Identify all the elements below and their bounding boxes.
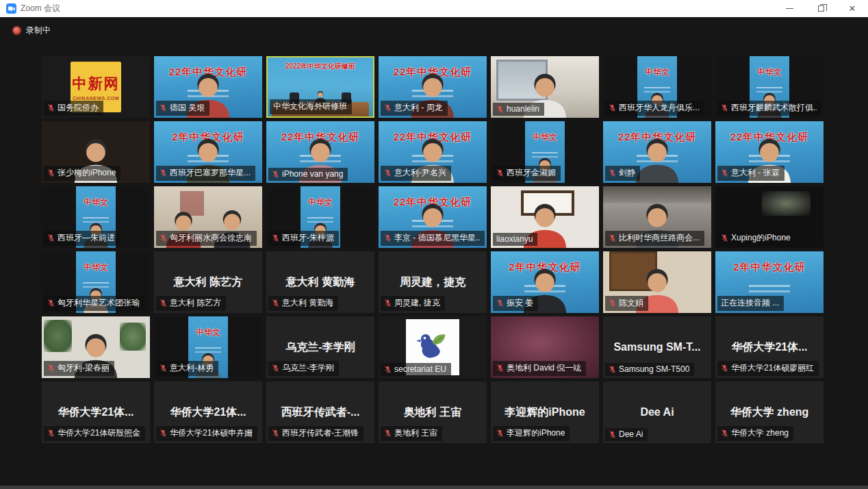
participant-label: 张少梅的iPhone bbox=[44, 166, 120, 181]
participant-tile[interactable]: secretariat EU bbox=[379, 316, 487, 378]
participant-tile[interactable]: huanlelin bbox=[491, 56, 599, 118]
participant-tile[interactable]: 匈牙利-梁春丽 bbox=[42, 316, 150, 378]
participant-name: 张少梅的iPhone bbox=[58, 167, 116, 179]
mic-muted-icon bbox=[609, 234, 616, 242]
participant-name: 匈牙利-梁春丽 bbox=[58, 362, 110, 374]
participant-tile[interactable]: 意大利 陈艺方 意大利 陈艺方 bbox=[154, 251, 262, 313]
participant-name: 匈牙利华星艺术团张瑜 bbox=[58, 297, 140, 309]
participant-name: 李迎辉的iPhone bbox=[507, 427, 565, 439]
participant-tile[interactable]: 22年中华文化研 剑静 bbox=[603, 121, 711, 183]
mic-muted-icon bbox=[384, 103, 392, 112]
participant-name: 李京 - 德国慕尼黑华星... bbox=[394, 232, 480, 244]
participant-name: 华侨大学 zheng bbox=[731, 427, 789, 439]
participant-display-name: 意大利 陈艺方 bbox=[174, 275, 242, 290]
participant-display-name: 李迎辉的iPhone bbox=[505, 405, 585, 420]
banner-text: 中华文 bbox=[750, 66, 789, 78]
mic-muted-icon bbox=[721, 364, 728, 373]
mic-muted-icon bbox=[159, 168, 167, 177]
participant-tile[interactable]: 22年中华文化研 意大利 - 张霖 bbox=[715, 121, 824, 183]
participant-tile[interactable]: 乌克兰-李学刚 乌克兰-李学刚 bbox=[266, 316, 374, 378]
participant-tile[interactable]: 华侨大学21体... 华侨大学21体硕廖丽红 bbox=[715, 316, 824, 378]
banner-text: 2022年中华文化研修班 bbox=[268, 62, 373, 71]
participant-tile[interactable]: 2年中华文化研 正在连接音频 ... bbox=[715, 251, 824, 313]
participant-tile[interactable]: 22年中华文化研 意大利-尹名兴 bbox=[379, 121, 487, 183]
participant-name: 意大利-尹名兴 bbox=[394, 167, 446, 179]
participant-tile[interactable]: 李迎辉的iPhone 李迎辉的iPhone bbox=[491, 381, 599, 443]
recording-label: 录制中 bbox=[26, 25, 51, 36]
participant-tile[interactable]: Xuping的iPhone bbox=[715, 186, 824, 248]
recording-dot-icon bbox=[13, 27, 21, 34]
mic-muted-icon bbox=[384, 429, 392, 438]
mic-muted-icon bbox=[159, 429, 167, 438]
minimize-button[interactable] bbox=[774, 0, 805, 17]
titlebar: Zoom 会议 ✕ bbox=[0, 0, 868, 17]
participant-label: 西班牙金淑媚 bbox=[493, 166, 561, 181]
participant-label: 西班牙-朱梓源 bbox=[268, 231, 339, 246]
participant-label: 周灵建, 捷克 bbox=[381, 296, 445, 311]
mic-muted-icon bbox=[496, 364, 504, 373]
participant-tile[interactable]: 22年中华文化研 李京 - 德国慕尼黑华星... bbox=[379, 186, 487, 248]
participant-tile[interactable]: 中华文 西班牙华人龙舟俱乐... bbox=[603, 56, 711, 118]
participant-tile[interactable]: 中华文 西班牙麒麟武术散打俱... bbox=[715, 56, 824, 118]
bottom-edge bbox=[0, 486, 868, 489]
window-controls: ✕ bbox=[774, 0, 868, 17]
participant-tile[interactable]: 周灵建，捷克 周灵建, 捷克 bbox=[379, 251, 487, 313]
participant-tile[interactable]: 张少梅的iPhone bbox=[42, 121, 150, 183]
participant-tile[interactable]: 2022年中华文化研修班 中华文化海外研修班 bbox=[266, 56, 374, 118]
mic-muted-icon bbox=[47, 234, 55, 242]
mic-muted-icon bbox=[47, 429, 55, 438]
mic-muted-icon bbox=[159, 299, 167, 308]
participant-name: 意大利 - 张霖 bbox=[731, 167, 780, 179]
video-grid: 中新网CHINANEWS.COM 国务院侨办 22年中华文化研 德国 吴垠 20… bbox=[42, 56, 824, 443]
participant-tile[interactable]: 陈文娟 bbox=[603, 251, 711, 313]
close-button[interactable]: ✕ bbox=[837, 0, 868, 17]
mic-muted-icon bbox=[47, 168, 55, 177]
participant-tile[interactable]: 中华文 西班牙金淑媚 bbox=[491, 121, 599, 183]
mic-muted-icon bbox=[609, 299, 616, 308]
participant-tile[interactable]: 比利时华商丝路商会... bbox=[603, 186, 711, 248]
mic-muted-icon bbox=[47, 364, 55, 373]
participant-tile[interactable]: 22年中华文化研 iPhone van yang bbox=[266, 121, 374, 183]
participant-tile[interactable]: 意大利 黄勤海 意大利 黄勤海 bbox=[266, 251, 374, 313]
participant-display-name: 华侨大学21体... bbox=[731, 340, 807, 355]
participant-tile[interactable]: 奥地利 David 倪一竑 bbox=[491, 316, 599, 378]
participant-tile[interactable]: 22年中华文化研 德国 吴垠 bbox=[154, 56, 262, 118]
participant-label: 意大利-尹名兴 bbox=[381, 166, 451, 181]
banner-text: 中华文 bbox=[188, 327, 228, 338]
participant-tile[interactable]: 华侨大学21体... 华侨大学21体硕申卉姗 bbox=[154, 381, 262, 443]
participant-name: Dee Ai bbox=[619, 429, 643, 439]
participant-label: 西班牙华人龙舟俱乐... bbox=[605, 101, 704, 116]
participant-name: 意大利 黄勤海 bbox=[282, 297, 333, 309]
mic-muted-icon bbox=[609, 365, 616, 374]
participant-tile[interactable]: 奥地利 王宙 奥地利 王宙 bbox=[379, 381, 487, 443]
participant-name: Samsung SM-T500 bbox=[619, 364, 689, 374]
restore-button[interactable] bbox=[805, 0, 837, 17]
participant-tile[interactable]: 华侨大学21体... 华侨大学21体研殷照金 bbox=[42, 381, 150, 443]
participant-tile[interactable]: 2年中华文化研 振安 姜 bbox=[491, 251, 599, 313]
participant-tile[interactable]: 中华文 匈牙利华星艺术团张瑜 bbox=[42, 251, 150, 313]
participant-tile[interactable]: 中新网CHINANEWS.COM 国务院侨办 bbox=[42, 56, 150, 118]
participant-tile[interactable]: 22年中华文化研 意大利 - 周龙 bbox=[379, 56, 487, 118]
participant-tile[interactable]: 2年中华文化研 西班牙巴塞罗那华星... bbox=[154, 121, 262, 183]
participant-label: 李迎辉的iPhone bbox=[493, 426, 570, 441]
participant-label: Dee Ai bbox=[605, 428, 648, 441]
participant-tile[interactable]: Samsung SM-T... Samsung SM-T500 bbox=[603, 316, 711, 378]
participant-tile[interactable]: 中华文 意大利-林勇 bbox=[154, 316, 262, 378]
participant-tile[interactable]: 中华文 西班牙-朱梓源 bbox=[266, 186, 374, 248]
participant-display-name: Samsung SM-T... bbox=[613, 341, 700, 353]
participant-tile[interactable]: 匈牙利丽水商会徐忠南 bbox=[154, 186, 262, 248]
participant-tile[interactable]: Dee Ai Dee Ai bbox=[603, 381, 711, 443]
participant-label: 比利时华商丝路商会... bbox=[605, 231, 704, 246]
participant-tile[interactable]: liaoxianyu bbox=[491, 186, 599, 248]
participant-tile[interactable]: 中华文 西班牙—朱前进 bbox=[42, 186, 150, 248]
participant-tile[interactable]: 西班牙传武者-... 西班牙传武者-王潮锋 bbox=[266, 381, 374, 443]
participant-tile[interactable]: 华侨大学 zheng 华侨大学 zheng bbox=[715, 381, 824, 443]
banner-text: 2年中华文化研 bbox=[715, 261, 824, 274]
participant-name: Xuping的iPhone bbox=[731, 232, 791, 244]
banner-text: 中华文 bbox=[525, 131, 565, 143]
banner-text: 中华文 bbox=[637, 66, 677, 78]
participant-label: liaoxianyu bbox=[493, 233, 537, 246]
participant-label: secretariat EU bbox=[381, 363, 451, 376]
participant-name: 华侨大学21体研殷照金 bbox=[58, 427, 140, 439]
mic-muted-icon bbox=[272, 429, 279, 438]
